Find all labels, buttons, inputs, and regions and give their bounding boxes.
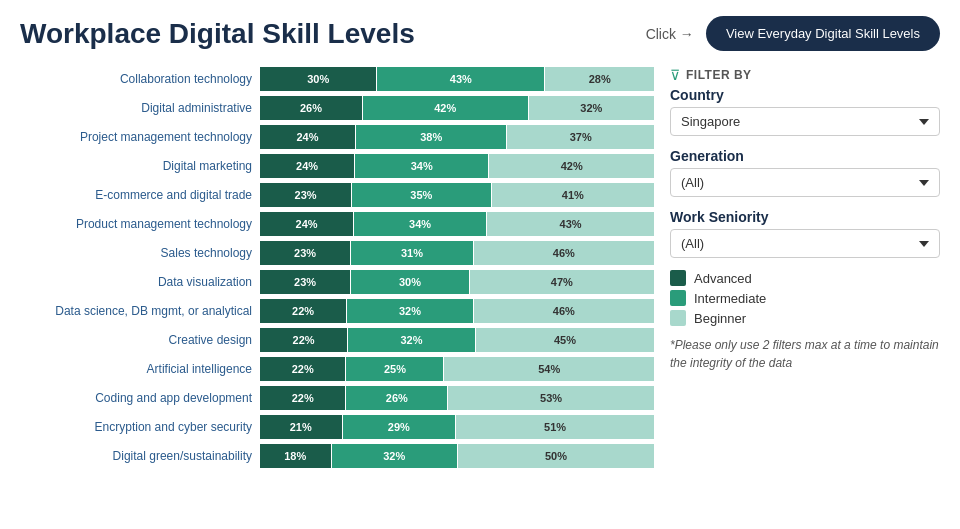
filter-generation: Generation (All)Gen ZMillennialsGen XBoo… <box>670 148 940 197</box>
bar-segment: 32% <box>529 96 654 120</box>
bar-segments: 22%32%46% <box>260 299 654 323</box>
bar-segment: 50% <box>458 444 654 468</box>
bar-label: Data visualization <box>20 275 260 289</box>
bar-segment: 46% <box>474 299 654 323</box>
bar-segments: 22%32%45% <box>260 328 654 352</box>
bar-segment: 53% <box>448 386 654 410</box>
legend-advanced-label: Advanced <box>694 271 752 286</box>
bar-row: Sales technology23%31%46% <box>20 241 654 265</box>
bar-segment: 42% <box>363 96 528 120</box>
legend-advanced-color <box>670 270 686 286</box>
bar-label: Product management technology <box>20 217 260 231</box>
page-container: Workplace Digital Skill Levels Click → V… <box>0 0 960 529</box>
bar-segment: 46% <box>474 241 654 265</box>
click-label: Click → <box>646 26 694 42</box>
legend-beginner: Beginner <box>670 310 940 326</box>
bar-label: Sales technology <box>20 246 260 260</box>
bar-row: Project management technology24%38%37% <box>20 125 654 149</box>
bar-segment: 32% <box>332 444 457 468</box>
bar-row: E-commerce and digital trade23%35%41% <box>20 183 654 207</box>
bar-row: Collaboration technology30%43%28% <box>20 67 654 91</box>
bar-segment: 54% <box>444 357 654 381</box>
bar-segments: 23%35%41% <box>260 183 654 207</box>
bar-segment: 51% <box>456 415 654 439</box>
bar-segment: 30% <box>351 270 469 294</box>
bar-segment: 38% <box>356 125 506 149</box>
bar-segment: 41% <box>492 183 654 207</box>
bar-segments: 23%31%46% <box>260 241 654 265</box>
bar-label: Project management technology <box>20 130 260 144</box>
bar-segment: 29% <box>343 415 456 439</box>
bar-segment: 24% <box>260 212 353 236</box>
bar-segment: 43% <box>487 212 654 236</box>
bar-segment: 43% <box>377 67 544 91</box>
bar-row: Digital green/sustainability18%32%50% <box>20 444 654 468</box>
seniority-label: Work Seniority <box>670 209 940 225</box>
main-content: Collaboration technology30%43%28%Digital… <box>20 67 940 473</box>
bar-label: Coding and app development <box>20 391 260 405</box>
country-label: Country <box>670 87 940 103</box>
bar-segment: 37% <box>507 125 654 149</box>
bar-row: Data science, DB mgmt, or analytical22%3… <box>20 299 654 323</box>
bar-segment: 30% <box>260 67 376 91</box>
legend-beginner-color <box>670 310 686 326</box>
bar-row: Coding and app development22%26%53% <box>20 386 654 410</box>
bar-row: Creative design22%32%45% <box>20 328 654 352</box>
seniority-select[interactable]: (All)JuniorMidSeniorExecutive <box>670 229 940 258</box>
bar-segments: 22%25%54% <box>260 357 654 381</box>
bar-segment: 42% <box>489 154 654 178</box>
bar-segment: 18% <box>260 444 331 468</box>
bar-segment: 34% <box>354 212 486 236</box>
legend-beginner-label: Beginner <box>694 311 746 326</box>
bar-segment: 28% <box>545 67 654 91</box>
bar-segments: 21%29%51% <box>260 415 654 439</box>
view-everyday-button[interactable]: View Everyday Digital Skill Levels <box>706 16 940 51</box>
bar-label: Artificial intelligence <box>20 362 260 376</box>
bar-segment: 32% <box>348 328 475 352</box>
bar-segments: 23%30%47% <box>260 270 654 294</box>
legend-intermediate-label: Intermediate <box>694 291 766 306</box>
filter-seniority: Work Seniority (All)JuniorMidSeniorExecu… <box>670 209 940 258</box>
bar-segments: 24%34%42% <box>260 154 654 178</box>
filter-country: Country SingaporeAll <box>670 87 940 136</box>
bar-segments: 24%34%43% <box>260 212 654 236</box>
bar-segment: 26% <box>346 386 447 410</box>
bar-segment: 45% <box>476 328 654 352</box>
bar-label: Digital green/sustainability <box>20 449 260 463</box>
bar-row: Data visualization23%30%47% <box>20 270 654 294</box>
bar-row: Encryption and cyber security21%29%51% <box>20 415 654 439</box>
bar-segments: 24%38%37% <box>260 125 654 149</box>
bar-segment: 23% <box>260 241 350 265</box>
bar-segments: 22%26%53% <box>260 386 654 410</box>
bar-segment: 31% <box>351 241 473 265</box>
bar-segment: 22% <box>260 299 346 323</box>
page-title: Workplace Digital Skill Levels <box>20 18 646 50</box>
bar-label: Creative design <box>20 333 260 347</box>
bar-label: Collaboration technology <box>20 72 260 86</box>
bar-row: Product management technology24%34%43% <box>20 212 654 236</box>
bar-label: Digital administrative <box>20 101 260 115</box>
legend: Advanced Intermediate Beginner <box>670 270 940 326</box>
bar-label: Data science, DB mgmt, or analytical <box>20 304 260 318</box>
chart-area: Collaboration technology30%43%28%Digital… <box>20 67 654 473</box>
bar-segment: 32% <box>347 299 472 323</box>
country-select[interactable]: SingaporeAll <box>670 107 940 136</box>
bar-segment: 22% <box>260 328 347 352</box>
filter-by-label: FILTER BY <box>686 68 752 82</box>
bar-label: E-commerce and digital trade <box>20 188 260 202</box>
legend-advanced: Advanced <box>670 270 940 286</box>
header: Workplace Digital Skill Levels Click → V… <box>20 16 940 51</box>
generation-select[interactable]: (All)Gen ZMillennialsGen XBoomers <box>670 168 940 197</box>
bar-segment: 26% <box>260 96 362 120</box>
generation-label: Generation <box>670 148 940 164</box>
bar-segment: 23% <box>260 183 351 207</box>
bar-segment: 24% <box>260 154 354 178</box>
filter-header: ⊽ FILTER BY <box>670 67 940 83</box>
note-text: *Please only use 2 filters max at a time… <box>670 336 940 372</box>
bar-segment: 24% <box>260 125 355 149</box>
bar-segment: 47% <box>470 270 654 294</box>
legend-intermediate-color <box>670 290 686 306</box>
bar-segment: 25% <box>346 357 443 381</box>
bar-segments: 18%32%50% <box>260 444 654 468</box>
bar-row: Artificial intelligence22%25%54% <box>20 357 654 381</box>
